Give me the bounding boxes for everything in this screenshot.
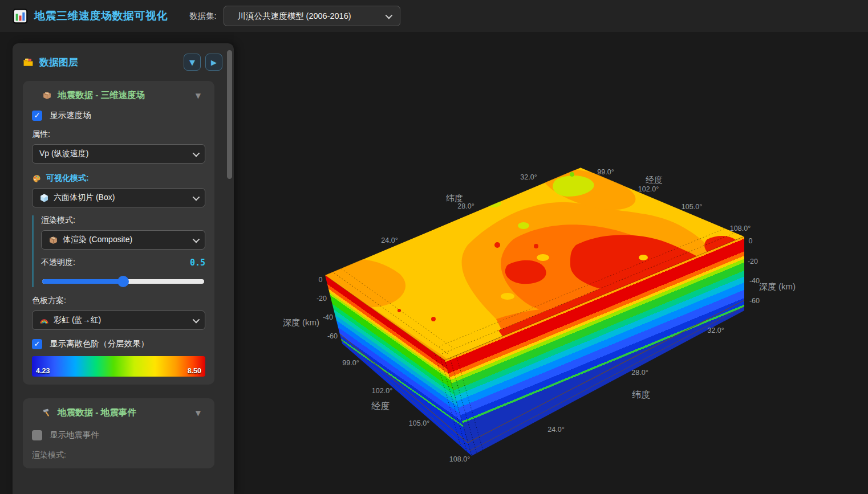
svg-text:108.0°: 108.0° — [730, 224, 751, 232]
vis-mode-label-row: 可视化模式: — [32, 173, 205, 183]
opacity-label: 不透明度: — [41, 258, 190, 268]
svg-text:-60: -60 — [327, 332, 338, 340]
svg-text:32.0°: 32.0° — [707, 326, 724, 334]
svg-text:108.0°: 108.0° — [449, 455, 470, 463]
panel-title: 数据图层 — [39, 56, 179, 69]
attribute-select-value: Vp (纵波速度) — [39, 149, 182, 159]
svg-text:28.0°: 28.0° — [457, 202, 474, 210]
svg-text:深度 (km): 深度 (km) — [759, 281, 796, 291]
events-render-mode-label: 渲染模式: — [32, 450, 205, 460]
opacity-slider-thumb[interactable] — [117, 276, 129, 287]
svg-text:99.0°: 99.0° — [597, 168, 614, 176]
palette-icon — [32, 174, 42, 183]
svg-text:24.0°: 24.0° — [547, 426, 564, 434]
palette-label: 色板方案: — [32, 296, 205, 306]
svg-text:经度: 经度 — [371, 401, 390, 411]
rainbow-icon — [39, 316, 49, 325]
show-velocity-checkbox[interactable]: ✓ — [32, 111, 42, 121]
chevron-down-icon — [193, 149, 200, 157]
svg-text:32.0°: 32.0° — [520, 173, 537, 181]
velocity-volume-scene[interactable]: 纬度28.0°32.0°24.0°99.0°经度102.0°105.0°108.… — [234, 32, 868, 494]
palette-select[interactable]: 彩虹 (蓝→红) — [32, 311, 205, 330]
app-header: 地震三维速度场数据可视化 数据集: 川滇公共速度模型 (2006-2016) — [0, 0, 868, 32]
colorbar-min: 4.23 — [36, 367, 50, 375]
collapse-icon[interactable]: ▼ — [196, 409, 205, 417]
colorbar: 4.23 8.50 — [32, 356, 205, 377]
earthquake-events-card: 地震数据 - 地震事件 ▼ 显示地震事件 渲染模式: — [23, 398, 214, 468]
attribute-label: 属性: — [32, 129, 205, 140]
svg-text:102.0°: 102.0° — [638, 185, 659, 193]
chevron-down-icon — [193, 193, 200, 201]
svg-text:99.0°: 99.0° — [342, 359, 359, 367]
page-title: 地震三维速度场数据可视化 — [34, 9, 168, 23]
svg-text:28.0°: 28.0° — [631, 369, 648, 377]
svg-text:纬度: 纬度 — [446, 193, 463, 203]
play-button[interactable]: ▶ — [205, 54, 222, 71]
svg-text:0: 0 — [749, 237, 753, 245]
svg-text:经度: 经度 — [646, 175, 663, 185]
vis-mode-select-value: 六面体切片 (Box) — [54, 193, 182, 203]
svg-text:-20: -20 — [317, 295, 327, 303]
chevron-down-icon — [193, 316, 200, 323]
velocity-field-card: 地震数据 - 三维速度场 ▼ ✓ 显示速度场 属性: Vp (纵波速度) 可视化… — [23, 81, 214, 385]
attribute-select[interactable]: Vp (纵波速度) — [32, 144, 205, 164]
svg-text:-60: -60 — [749, 297, 760, 305]
card-title-events: 地震数据 - 地震事件 — [58, 407, 196, 419]
dataset-label: 数据集: — [189, 11, 217, 22]
show-velocity-label: 显示速度场 — [50, 110, 91, 121]
palette-select-value: 彩虹 (蓝→红) — [54, 315, 182, 325]
render-mode-label: 渲染模式: — [41, 215, 205, 226]
render-subsection: 渲染模式: 体渲染 (Composite) 不透明度: 0.5 — [32, 215, 205, 287]
svg-text:-20: -20 — [748, 258, 758, 266]
svg-text:0: 0 — [319, 276, 323, 284]
panel-header: 数据图层 ▼ ▶ — [23, 54, 222, 71]
render-mode-select[interactable]: 体渲染 (Composite) — [41, 230, 205, 250]
svg-text:-40: -40 — [323, 313, 333, 321]
opacity-value: 0.5 — [190, 258, 205, 268]
discrete-levels-label: 显示离散色阶（分层效果） — [50, 338, 149, 349]
svg-text:105.0°: 105.0° — [682, 203, 702, 211]
svg-text:-40: -40 — [749, 277, 760, 285]
bar-chart-icon — [13, 9, 28, 24]
colorbar-max: 8.50 — [188, 367, 201, 375]
svg-text:24.0°: 24.0° — [381, 236, 398, 244]
layers-panel: 数据图层 ▼ ▶ 地震数据 - 三维速度场 ▼ ✓ 显示速度场 属性: Vp (… — [13, 43, 234, 494]
opacity-slider[interactable] — [42, 276, 204, 287]
svg-text:102.0°: 102.0° — [372, 387, 392, 395]
collapse-icon[interactable]: ▼ — [196, 92, 205, 100]
svg-text:深度 (km): 深度 (km) — [283, 317, 319, 327]
dataset-select-value: 川滇公共速度模型 (2006-2016) — [238, 11, 380, 22]
package-icon — [42, 91, 52, 100]
vis-mode-select[interactable]: 六面体切片 (Box) — [32, 188, 205, 207]
collapse-all-button[interactable]: ▼ — [184, 54, 201, 71]
panel-scrollbar[interactable] — [227, 50, 232, 179]
folder-icon — [23, 57, 34, 68]
package-icon — [48, 235, 58, 245]
chevron-down-icon — [193, 235, 200, 243]
render-mode-select-value: 体渲染 (Composite) — [63, 235, 182, 245]
svg-text:纬度: 纬度 — [632, 390, 650, 399]
show-events-checkbox[interactable] — [32, 430, 42, 440]
dataset-select[interactable]: 川滇公共速度模型 (2006-2016) — [224, 6, 400, 26]
vis-mode-label: 可视化模式: — [46, 173, 89, 183]
discrete-levels-checkbox[interactable]: ✓ — [32, 339, 42, 349]
hammer-icon — [42, 408, 52, 418]
opacity-slider-fill — [42, 279, 123, 284]
svg-text:105.0°: 105.0° — [409, 419, 429, 427]
show-events-label: 显示地震事件 — [50, 430, 99, 440]
viewport-3d[interactable]: 纬度28.0°32.0°24.0°99.0°经度102.0°105.0°108.… — [234, 32, 868, 494]
chevron-down-icon — [385, 11, 392, 19]
card-title-velocity: 地震数据 - 三维速度场 — [58, 89, 196, 101]
cube-icon — [39, 193, 49, 203]
